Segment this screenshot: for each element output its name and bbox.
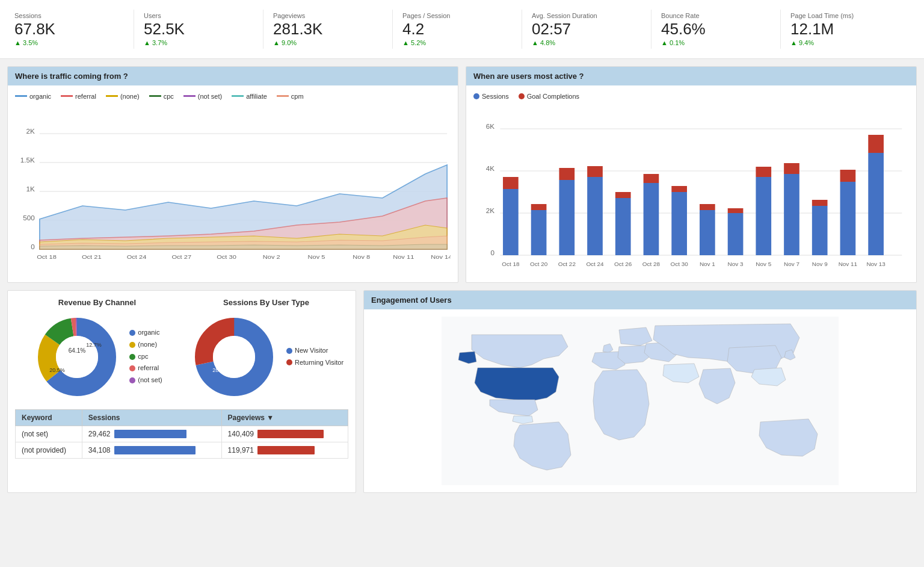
svg-text:2K: 2K [26,128,35,134]
engagement-panel-header: Engagement of Users [364,291,916,309]
svg-text:Oct 26: Oct 26 [614,261,632,267]
svg-rect-50 [812,206,828,255]
revenue-chart-container: Revenue By Channel [15,298,179,402]
svg-text:64.1%: 64.1% [69,347,85,354]
svg-rect-32 [559,180,574,255]
svg-rect-54 [868,153,884,255]
metric-value: 02:57 [532,20,641,38]
pageviews-bar [257,430,324,438]
svg-text:Oct 24: Oct 24 [586,261,603,267]
svg-rect-51 [812,200,828,206]
metrics-bar: Sessions 67.8K 3.5% Users 52.5K 3.7% Pag… [0,0,924,59]
svg-text:28.6%: 28.6% [212,367,228,373]
metric-label: Avg. Session Duration [532,12,641,19]
sessions-chart-title: Sessions By User Type [223,298,309,307]
legend-label: (not set) [198,93,222,100]
svg-rect-36 [615,198,631,255]
sessions-col-header[interactable]: Sessions [82,409,221,426]
svg-text:Oct 30: Oct 30 [671,261,688,267]
svg-rect-38 [644,183,659,255]
traffic-panel-body: organicreferral(none)cpc(not set)affilia… [8,85,458,270]
svg-text:Nov 11: Nov 11 [393,253,414,259]
svg-text:Oct 22: Oct 22 [558,261,576,267]
legend-item-referral: referral [61,93,96,100]
bottom-left-panel: Revenue By Channel [7,290,356,493]
metric-label: Pages / Session [402,12,512,19]
svg-rect-47 [756,167,771,177]
active-legend: SessionsGoal Completions [473,93,909,100]
map-container [364,309,916,492]
sessions-value: 29,462 [88,430,111,438]
svg-text:20.5%: 20.5% [50,367,66,373]
sessions-cell: 29,462 [82,426,221,442]
legend-line [106,95,118,97]
traffic-panel-header: Where is traffic coming from ? [8,67,458,85]
svg-rect-28 [503,189,519,255]
legend-item-organic: organic [15,93,51,100]
svg-rect-46 [756,177,771,255]
svg-text:Nov 3: Nov 3 [728,261,744,267]
metric-value: 12.1M [790,20,900,38]
world-map [371,317,909,485]
row-1: Where is traffic coming from ? organicre… [7,66,917,283]
legend-item-none: (none) [106,93,140,100]
svg-rect-49 [784,163,799,174]
dashboard-body: Where is traffic coming from ? organicre… [0,59,924,500]
metric-pageviews: Pageviews 281.3K 9.0% [263,10,393,49]
svg-rect-40 [671,192,687,255]
svg-text:0: 0 [31,243,34,250]
svg-text:Nov 14: Nov 14 [431,253,451,259]
legend-label: cpm [291,93,304,100]
legend-label: organic [29,93,51,100]
traffic-panel: Where is traffic coming from ? organicre… [7,66,458,283]
svg-rect-44 [728,213,744,255]
svg-text:Nov 13: Nov 13 [866,261,885,267]
svg-text:71.4%: 71.4% [230,347,247,354]
svg-text:Nov 2: Nov 2 [263,253,280,259]
legend-line [277,95,289,97]
svg-rect-53 [840,170,856,182]
svg-text:1K: 1K [26,185,35,192]
metric-value: 52.5K [144,20,253,38]
svg-rect-29 [503,177,519,189]
pageviews-value: 140,409 [228,430,254,438]
legend-line [61,95,73,97]
svg-text:Oct 20: Oct 20 [530,261,547,267]
legend-item-oalompletions: Goal Completions [519,93,579,100]
keyword-col-header[interactable]: Keyword [16,409,82,426]
row-2: Revenue By Channel [7,290,917,493]
keyword-cell: (not set) [16,426,82,442]
svg-text:Nov 9: Nov 9 [812,261,828,267]
legend-line [15,95,27,97]
pageviews-col-header[interactable]: Pageviews ▼ [221,409,348,426]
keyword-table-container: Keyword Sessions Pageviews ▼ (not set) 2… [8,409,356,466]
svg-text:Nov 7: Nov 7 [784,261,799,267]
legend-item-essions: Sessions [473,93,509,100]
metric-value: 4.2 [402,20,512,38]
revenue-donut: 64.1% 20.5% 12.7% [32,312,122,402]
active-chart: 0 2K 4K 6K [473,105,909,275]
metric-sessions: Sessions 67.8K 3.5% [14,10,134,49]
metric-label: Page Load Time (ms) [790,12,900,19]
legend-label: Sessions [482,93,509,100]
legend-label: affiliate [246,93,267,100]
svg-rect-34 [587,177,603,255]
svg-text:Oct 18: Oct 18 [502,261,519,267]
active-panel: When are users most active ? SessionsGoa… [466,66,917,283]
legend-line [149,95,161,97]
metric-change: 9.0% [273,39,383,46]
sessions-value: 34,108 [88,446,111,454]
metric-page_load: Page Load Time (ms) 12.1M 9.4% [781,10,910,49]
metric-avg_session: Avg. Session Duration 02:57 4.8% [522,10,651,49]
sessions-cell: 34,108 [82,442,221,458]
metric-bounce_rate: Bounce Rate 45.6% 0.1% [651,10,781,49]
svg-rect-48 [784,174,799,255]
legend-label: referral [75,93,96,100]
svg-rect-33 [559,168,574,180]
active-panel-header: When are users most active ? [466,67,916,85]
legend-item-cpc: cpc [149,93,174,100]
svg-rect-30 [531,210,547,255]
svg-text:6K: 6K [486,123,495,129]
sessions-legend: New Visitor Returning Visitor [286,345,343,369]
metric-label: Pageviews [273,12,383,19]
